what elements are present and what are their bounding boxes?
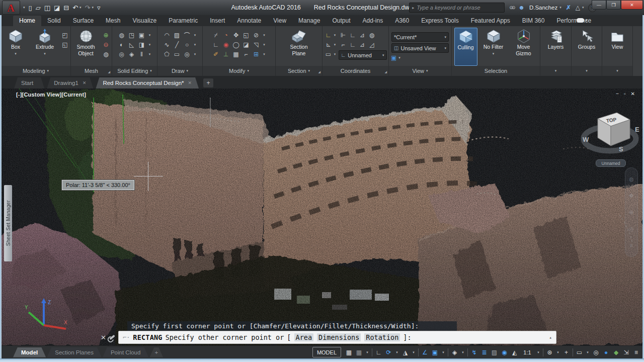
tab-a360[interactable]: A360 bbox=[389, 16, 415, 26]
brush[interactable]: ✐ bbox=[213, 51, 218, 58]
polygon[interactable]: ⬠ bbox=[164, 51, 169, 58]
doc-tab-drawing1[interactable]: Drawing1 ✕ bbox=[47, 77, 93, 88]
nav-menu[interactable]: ≡ bbox=[630, 242, 633, 248]
ucs-caret2[interactable]: ▾ bbox=[334, 43, 336, 47]
redo[interactable]: ↷ bbox=[85, 4, 91, 12]
annotation-visibility[interactable]: ◭ bbox=[511, 349, 518, 356]
named-view-dropdown[interactable]: ◫ Unsaved View ▾ bbox=[391, 43, 449, 53]
tab-solid[interactable]: Solid bbox=[41, 16, 67, 26]
mesh-launcher-icon[interactable]: ◢ bbox=[108, 70, 110, 73]
erase[interactable]: ◯ bbox=[232, 41, 239, 48]
osnap-tracking[interactable]: ∠ bbox=[421, 349, 429, 356]
doc-tab-red-rocks[interactable]: Red Rocks Conceptual Design* ✕ bbox=[96, 77, 199, 88]
viewport-config-caret-icon[interactable]: ▾ bbox=[398, 56, 400, 60]
divider1[interactable] bbox=[372, 348, 372, 356]
mod-caret1[interactable]: ▾ bbox=[263, 33, 265, 37]
move[interactable]: ✥ bbox=[233, 32, 238, 39]
subtract[interactable]: ◐ bbox=[120, 41, 123, 48]
ucs-face[interactable]: ⊿ bbox=[360, 32, 365, 39]
panel-title-view2[interactable]: ▾ bbox=[602, 66, 632, 76]
fillet-edge[interactable]: ◺ bbox=[129, 41, 134, 48]
nav-orbit[interactable]: ◎ bbox=[629, 226, 634, 232]
clean-screen[interactable]: ⇲ bbox=[622, 349, 630, 356]
snap-mode[interactable]: ▦ bbox=[355, 349, 363, 356]
grid-display[interactable]: ▦ bbox=[345, 349, 353, 356]
command-option[interactable]: Dimensions bbox=[317, 333, 361, 341]
tab-addins[interactable]: Add-ins bbox=[357, 16, 389, 26]
donut[interactable]: ◎ bbox=[184, 51, 189, 58]
ucs-caret1[interactable]: ▾ bbox=[334, 33, 336, 37]
hardware-accel[interactable]: ◆ bbox=[612, 349, 620, 356]
qp-caret[interactable]: ▾ bbox=[586, 350, 590, 354]
slice[interactable]: ◳ bbox=[129, 32, 134, 39]
panel-title-solid-editing[interactable]: Solid Editing ▾ bbox=[112, 66, 157, 76]
scale-caret[interactable]: ▾ bbox=[536, 350, 540, 354]
tab-visualize[interactable]: Visualize bbox=[126, 16, 163, 26]
save[interactable]: ◫ bbox=[44, 4, 50, 12]
ucs-zaxis[interactable]: ∟ bbox=[350, 41, 356, 48]
tab-mesh[interactable]: Mesh bbox=[100, 16, 126, 26]
panel-title-groups[interactable]: ▾ bbox=[572, 66, 602, 76]
isolate-objects[interactable]: ◎ bbox=[592, 349, 600, 356]
refine-mesh[interactable]: ◍ bbox=[103, 51, 108, 58]
nav-wheel[interactable]: ◍ bbox=[629, 176, 634, 183]
3d-osnap-caret[interactable]: ▾ bbox=[461, 350, 465, 354]
minimize-button[interactable]: — bbox=[592, 0, 606, 10]
align[interactable]: ⊥ bbox=[223, 51, 228, 58]
mod-caret3[interactable]: ▾ bbox=[263, 52, 265, 56]
smooth-more[interactable]: ⊕ bbox=[103, 32, 108, 39]
ucs-object[interactable]: ∟ bbox=[350, 32, 356, 39]
mirror[interactable]: ◪ bbox=[243, 41, 249, 48]
customization[interactable]: ≡ bbox=[632, 349, 640, 356]
plot[interactable]: ⊟ bbox=[63, 4, 69, 12]
circle[interactable]: ○ bbox=[185, 41, 189, 48]
undo-caret[interactable]: ▾ bbox=[79, 6, 82, 10]
vp-close-icon[interactable]: ✕ bbox=[631, 91, 635, 97]
navigation-bar[interactable]: ◍✥⊕◎≡ bbox=[625, 167, 638, 257]
command-close-icon[interactable]: ✕ bbox=[101, 334, 106, 341]
extrude-button[interactable]: Extrude ▾ bbox=[31, 28, 58, 66]
undo[interactable]: ↶ bbox=[72, 4, 78, 12]
signed-in-user[interactable]: D.Sanchez bbox=[529, 5, 557, 11]
osnap-caret[interactable]: ▾ bbox=[441, 350, 445, 354]
separate[interactable]: ‖ bbox=[140, 51, 143, 58]
sheet-set-manager-bar[interactable]: Sheet Set Manager bbox=[4, 185, 12, 261]
ucs-3point[interactable]: ⊿ bbox=[360, 41, 365, 48]
shell[interactable]: ◨ bbox=[139, 41, 144, 48]
divider6[interactable] bbox=[573, 348, 573, 356]
ucs-rotate[interactable]: ◿ bbox=[369, 41, 374, 48]
smooth-object-button[interactable]: Smooth Object bbox=[72, 28, 100, 66]
workspace-caret[interactable]: ▾ bbox=[556, 350, 560, 354]
selection-cycling[interactable]: ◉ bbox=[501, 349, 508, 356]
doc-tab-start[interactable]: Start bbox=[14, 77, 44, 88]
tab-insert[interactable]: Insert bbox=[204, 16, 231, 26]
stretch[interactable]: ⌿ bbox=[214, 32, 217, 39]
search-expand-icon[interactable]: ▸ bbox=[412, 6, 414, 10]
restore-button[interactable]: ❒ bbox=[606, 0, 621, 10]
panel-title-modeling[interactable]: Modeling ▾ bbox=[1, 66, 70, 76]
qat-menu[interactable]: ▿ bbox=[97, 4, 101, 12]
view-tools-button[interactable]: View bbox=[604, 28, 631, 66]
viewcube-unnamed-pill[interactable]: Unnamed bbox=[596, 159, 626, 167]
app-menu-caret[interactable]: ▾ bbox=[23, 6, 25, 10]
user-menu-caret-icon[interactable]: ▾ bbox=[559, 6, 561, 10]
3d-object-snap[interactable]: ◈ bbox=[451, 349, 458, 356]
3d-rotate[interactable]: ◔ bbox=[224, 32, 227, 39]
nav-pan[interactable]: ✥ bbox=[629, 193, 633, 199]
draw-caret1[interactable]: ▾ bbox=[194, 33, 196, 37]
ucs-origin[interactable]: ⌐ bbox=[341, 41, 345, 48]
vp-restore-icon[interactable]: ▫ bbox=[624, 91, 626, 97]
ribbon-display-toggle[interactable]: ▾ bbox=[577, 18, 588, 23]
taper-face[interactable]: ◈ bbox=[129, 51, 134, 58]
presspull[interactable]: ◱ bbox=[62, 41, 67, 48]
ucs-named-dropdown[interactable]: ∟ Unnamed ▾ bbox=[339, 50, 387, 60]
exchange-apps-icon[interactable]: ✗ bbox=[566, 4, 571, 11]
visual-style-dropdown[interactable]: *Current* ▾ bbox=[391, 32, 449, 42]
snap-mode-caret[interactable]: ▾ bbox=[365, 350, 369, 354]
section-launcher-icon[interactable]: ◢ bbox=[318, 70, 320, 73]
divider5[interactable] bbox=[543, 348, 543, 356]
offset[interactable]: ⌐ bbox=[244, 51, 248, 58]
fillet[interactable]: ∟ bbox=[213, 41, 219, 48]
ucs-view[interactable]: ◍ bbox=[369, 32, 374, 39]
pattern[interactable]: ⊞ bbox=[254, 51, 259, 58]
